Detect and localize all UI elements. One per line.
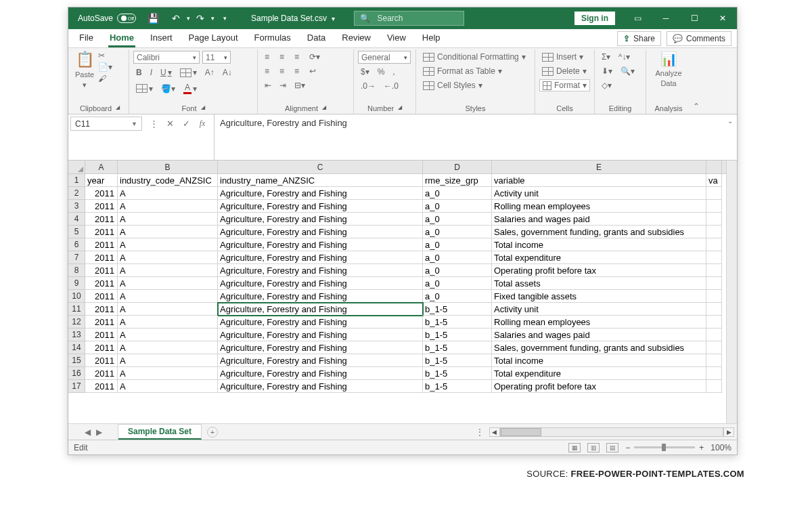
cell[interactable]: A <box>118 187 218 200</box>
row-header[interactable]: 5 <box>68 226 85 238</box>
cell[interactable]: Rolling mean employees <box>492 316 706 329</box>
save-icon[interactable]: 💾 <box>147 12 159 24</box>
cell[interactable]: Total income <box>492 354 706 367</box>
cell[interactable] <box>706 316 722 329</box>
col-header-c[interactable]: C <box>218 161 423 173</box>
row-header[interactable]: 2 <box>68 187 85 200</box>
tab-view[interactable]: View <box>379 29 414 47</box>
autosave-toggle[interactable]: AutoSave Off <box>78 14 136 23</box>
cell[interactable]: A <box>118 251 218 264</box>
table-row[interactable]: 152011AAgriculture, Forestry and Fishing… <box>68 354 726 367</box>
cell[interactable]: Agriculture, Forestry and Fishing <box>218 187 423 200</box>
table-row[interactable]: 52011AAgriculture, Forestry and Fishinga… <box>68 226 726 238</box>
cell[interactable]: Operating profit before tax <box>492 380 706 393</box>
increase-font-icon[interactable]: A↑ <box>202 66 217 79</box>
row-header[interactable]: 16 <box>68 367 85 380</box>
zoom-out-icon[interactable]: − <box>625 443 630 452</box>
table-row[interactable]: 72011AAgriculture, Forestry and Fishinga… <box>68 251 726 264</box>
cell[interactable]: b_1-5 <box>423 303 492 316</box>
cell[interactable]: Total assets <box>492 277 706 290</box>
cell[interactable] <box>706 187 722 200</box>
zoom-level[interactable]: 100% <box>710 443 731 452</box>
cell[interactable]: 2011 <box>85 238 118 251</box>
cell[interactable]: A <box>118 238 218 251</box>
cell[interactable]: 2011 <box>85 213 118 226</box>
underline-button[interactable]: U ▾ <box>158 66 175 79</box>
table-row[interactable]: 172011AAgriculture, Forestry and Fishing… <box>68 380 726 393</box>
tab-insert[interactable]: Insert <box>142 29 181 47</box>
cell[interactable]: A <box>118 264 218 277</box>
cell[interactable]: b_1-5 <box>423 316 492 329</box>
toggle-switch[interactable]: Off <box>117 14 136 23</box>
italic-button[interactable]: I <box>148 66 155 79</box>
tab-home[interactable]: Home <box>102 29 142 47</box>
cell[interactable]: Agriculture, Forestry and Fishing <box>218 264 423 277</box>
increase-indent-icon[interactable]: ⇥ <box>277 79 289 91</box>
fill-icon[interactable]: ⬇▾ <box>599 65 615 77</box>
decrease-font-icon[interactable]: A↓ <box>220 66 235 79</box>
table-row[interactable]: 22011AAgriculture, Forestry and Fishinga… <box>68 187 726 200</box>
cell[interactable]: 2011 <box>85 316 118 329</box>
cell[interactable]: Agriculture, Forestry and Fishing <box>218 354 423 367</box>
fx-icon[interactable]: fx <box>196 119 208 129</box>
cell[interactable]: Activity unit <box>492 187 706 200</box>
cell[interactable]: Sales, government funding, grants and su… <box>492 341 706 354</box>
cell[interactable]: a_0 <box>423 251 492 264</box>
table-row[interactable]: 82011AAgriculture, Forestry and Fishinga… <box>68 264 726 277</box>
tab-help[interactable]: Help <box>414 29 449 47</box>
fb-dropdown-icon[interactable]: ⋮ <box>148 119 160 129</box>
copy-icon[interactable]: 📄▾ <box>98 62 112 72</box>
merge-center-icon[interactable]: ⊟▾ <box>292 79 308 91</box>
cell[interactable]: Total income <box>492 238 706 251</box>
cell[interactable]: a_0 <box>423 264 492 277</box>
cell[interactable]: Total expenditure <box>492 367 706 380</box>
cell[interactable] <box>706 290 722 303</box>
redo-dropdown-icon[interactable]: ▾ <box>206 12 219 24</box>
cell[interactable]: b_1-5 <box>423 367 492 380</box>
undo-icon[interactable]: ↶ <box>170 12 182 24</box>
row-header[interactable]: 14 <box>68 341 85 354</box>
font-name-select[interactable]: Calibri▾ <box>133 51 200 64</box>
cell[interactable]: Agriculture, Forestry and Fishing <box>218 200 423 213</box>
table-row[interactable]: 102011AAgriculture, Forestry and Fishing… <box>68 290 726 303</box>
cell[interactable]: A <box>118 200 218 213</box>
cell[interactable]: A <box>118 367 218 380</box>
table-row[interactable]: 42011AAgriculture, Forestry and Fishinga… <box>68 213 726 226</box>
find-select-icon[interactable]: 🔍▾ <box>618 65 637 77</box>
cell[interactable]: Agriculture, Forestry and Fishing <box>218 277 423 290</box>
format-painter-icon[interactable]: 🖌 <box>98 74 112 83</box>
cell[interactable]: b_1-5 <box>423 354 492 367</box>
table-row[interactable]: 1yearindustry_code_ANZSICindustry_name_A… <box>68 174 726 187</box>
cell[interactable]: 2011 <box>85 200 118 213</box>
font-launcher-icon[interactable]: ◢ <box>201 104 205 112</box>
cell[interactable]: year <box>85 174 118 187</box>
align-middle-icon[interactable]: ≡ <box>277 51 289 63</box>
sort-filter-icon[interactable]: ᴬ↓▾ <box>616 51 633 63</box>
zoom-in-icon[interactable]: + <box>699 443 704 452</box>
enter-icon[interactable]: ✓ <box>180 119 192 129</box>
name-box[interactable]: C11 ▼ <box>70 117 142 131</box>
table-row[interactable]: 92011AAgriculture, Forestry and Fishinga… <box>68 277 726 290</box>
cell[interactable] <box>706 213 722 226</box>
minimize-icon[interactable]: ─ <box>652 7 680 29</box>
row-header[interactable]: 10 <box>68 290 85 303</box>
number-launcher-icon[interactable]: ◢ <box>398 104 402 112</box>
increase-decimal-icon[interactable]: .0→ <box>358 80 378 92</box>
cut-icon[interactable]: ✂ <box>98 51 112 60</box>
cell[interactable]: Salaries and wages paid <box>492 329 706 341</box>
table-row[interactable]: 162011AAgriculture, Forestry and Fishing… <box>68 367 726 380</box>
cell[interactable] <box>706 341 722 354</box>
align-bottom-icon[interactable]: ≡ <box>292 51 304 63</box>
row-header[interactable]: 8 <box>68 264 85 277</box>
cell[interactable] <box>706 367 722 380</box>
align-top-icon[interactable]: ≡ <box>262 51 274 63</box>
wrap-text-icon[interactable]: ↩ <box>307 65 319 77</box>
signin-button[interactable]: Sign in <box>574 12 615 25</box>
formula-bar-input[interactable]: Agriculture, Forestry and Fishing ⌄ <box>215 114 737 128</box>
qat-customize-icon[interactable]: ▾ <box>219 12 231 24</box>
page-layout-view-icon[interactable]: ▥ <box>587 443 600 452</box>
cell-styles-button[interactable]: Cell Styles▾ <box>420 79 531 91</box>
cell[interactable]: 2011 <box>85 341 118 354</box>
row-header[interactable]: 7 <box>68 251 85 264</box>
cell[interactable]: Agriculture, Forestry and Fishing <box>218 380 423 393</box>
